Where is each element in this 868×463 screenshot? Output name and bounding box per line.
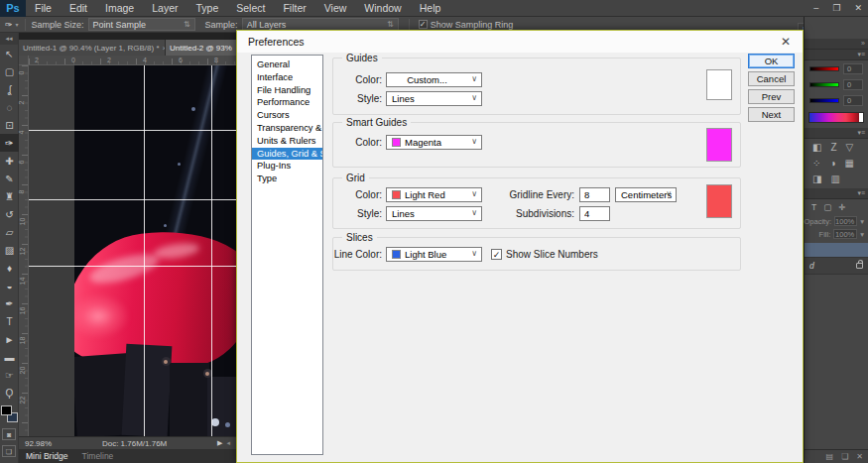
collapse-panels-icon[interactable]: » — [861, 40, 865, 47]
next-button[interactable]: Next — [748, 107, 795, 122]
menu-filter[interactable]: Filter — [274, 0, 314, 17]
menu-file[interactable]: File — [26, 0, 61, 17]
eyedropper-icon[interactable]: ✑ — [0, 20, 16, 30]
guides-style-dropdown[interactable]: Lines ∨ — [386, 91, 482, 106]
brightness-adjustment-icon[interactable]: ◧ — [812, 142, 821, 153]
restore-button[interactable]: ❐ — [832, 0, 840, 17]
category-general[interactable]: General — [252, 58, 322, 71]
tab-mini-bridge[interactable]: Mini Bridge — [26, 451, 68, 461]
smart-guides-color-preview[interactable] — [706, 128, 732, 162]
quick-selection-tool[interactable]: ◌ — [0, 98, 19, 116]
color-spectrum-ramp[interactable] — [808, 112, 864, 123]
marquee-tool[interactable]: ▢ — [0, 62, 19, 80]
gridline-unit-dropdown[interactable]: Centimeters ∨ — [615, 187, 677, 202]
category-cursors[interactable]: Cursors — [252, 109, 322, 122]
exposure-adjustment-icon[interactable]: ▽ — [846, 142, 854, 153]
chevron-down-icon[interactable]: ▾ — [860, 230, 864, 239]
status-play-icon[interactable]: ▶ — [217, 439, 226, 447]
ok-button[interactable]: OK — [748, 54, 795, 68]
hue-saturation-adjustment-icon[interactable]: ◑ — [829, 158, 835, 169]
dodge-tool[interactable]: ◒ — [0, 277, 19, 294]
cancel-button[interactable]: Cancel — [748, 71, 795, 86]
zoom-level[interactable]: 92.98% — [19, 439, 52, 448]
vertical-guide[interactable] — [211, 65, 212, 436]
eyedropper-tool[interactable]: ✑ — [0, 134, 19, 152]
close-button[interactable]: ✕ — [854, 0, 862, 17]
horizontal-guide[interactable] — [29, 199, 236, 200]
healing-brush-tool[interactable]: ✚ — [0, 152, 19, 170]
zoom-tool[interactable]: Ϙ — [0, 384, 19, 402]
clone-stamp-tool[interactable]: ♜ — [0, 187, 19, 205]
opacity-value[interactable]: 100% — [834, 216, 857, 226]
show-sampling-ring-checkbox[interactable]: ✓ — [419, 20, 428, 29]
type-tool[interactable]: T — [0, 312, 19, 330]
horizontal-guide[interactable] — [29, 266, 236, 267]
sample-size-dropdown[interactable]: Point Sample ⇅ — [88, 18, 195, 31]
grid-color-dropdown[interactable]: Light Red ∨ — [386, 187, 482, 202]
category-units-rulers[interactable]: Units & Rulers — [252, 135, 322, 148]
blue-slider[interactable] — [809, 98, 839, 103]
lasso-tool[interactable]: ʆ — [0, 80, 19, 98]
dialog-close-icon[interactable]: ✕ — [781, 35, 791, 49]
category-interface[interactable]: Interface — [252, 71, 322, 84]
history-brush-tool[interactable]: ↺ — [0, 205, 19, 223]
panel-menu-icon[interactable]: ▾≡ — [857, 51, 865, 58]
brush-tool[interactable]: ✎ — [0, 170, 19, 187]
horizontal-guide[interactable] — [29, 130, 236, 131]
grid-style-dropdown[interactable]: Lines ∨ — [386, 206, 482, 221]
menu-select[interactable]: Select — [227, 0, 274, 17]
tab-timeline[interactable]: Timeline — [82, 451, 114, 461]
tool-preset-caret-icon[interactable]: ▾ — [16, 21, 19, 28]
gradient-map-adjustment-icon[interactable]: ▥ — [830, 174, 839, 184]
category-performance[interactable]: Performance — [252, 96, 322, 109]
vibrance-adjustment-icon[interactable]: ⁘ — [812, 158, 820, 169]
document-tab-untitled-2[interactable]: Untitled-2 @ 93% — [166, 40, 236, 56]
new-layer-icon[interactable]: ❏ — [841, 452, 848, 461]
lock-position-icon[interactable]: ▢ — [823, 202, 831, 212]
rectangle-tool[interactable]: ▬ — [0, 348, 19, 366]
document-tab-untitled-1[interactable]: Untitled-1 @ 90.4% (Layer 1, RGB/8) * × — [19, 40, 166, 56]
menu-view[interactable]: View — [315, 0, 356, 17]
fill-value[interactable]: 100% — [833, 229, 857, 239]
lock-all-icon[interactable]: ✛ — [838, 202, 845, 212]
menu-image[interactable]: Image — [96, 0, 143, 17]
green-slider[interactable] — [809, 82, 839, 87]
blue-value[interactable]: 0 — [843, 95, 863, 106]
hand-tool[interactable]: ☞ — [0, 366, 19, 384]
show-slice-numbers-checkbox[interactable]: ✓ — [491, 249, 502, 260]
minimize-button[interactable]: – — [813, 0, 818, 17]
dialog-title-bar[interactable]: Preferences ✕ — [237, 31, 803, 53]
vertical-guide[interactable] — [144, 65, 145, 436]
grid-color-preview[interactable] — [706, 184, 732, 218]
quick-mask-button[interactable]: ◙ — [2, 428, 16, 440]
menu-help[interactable]: Help — [411, 0, 450, 17]
menu-edit[interactable]: Edit — [61, 0, 96, 17]
smart-guides-color-dropdown[interactable]: Magenta ∨ — [386, 135, 482, 150]
category-type[interactable]: Type — [252, 173, 322, 185]
category-guides-grid-slices[interactable]: Guides, Grid & Slices — [252, 148, 322, 161]
horizontal-ruler[interactable] — [29, 56, 236, 65]
red-value[interactable]: 0 — [843, 63, 863, 74]
background-layer-row[interactable]: d — [805, 257, 868, 275]
path-selection-tool[interactable]: ► — [0, 330, 19, 348]
prev-button[interactable]: Prev — [748, 89, 795, 104]
status-arrow-icon[interactable]: ◂ — [226, 439, 236, 447]
chevron-down-icon[interactable]: ▾ — [860, 217, 864, 226]
delete-layer-icon[interactable]: ✕ — [856, 452, 863, 461]
curves-adjustment-icon[interactable]: Z — [830, 142, 836, 153]
guides-color-dropdown[interactable]: Custom... ∨ — [386, 72, 482, 87]
gradient-tool[interactable]: ▨ — [0, 241, 19, 259]
blur-tool[interactable]: ♦ — [0, 259, 19, 277]
pen-tool[interactable]: ✒ — [0, 294, 19, 312]
invert-adjustment-icon[interactable]: ◨ — [812, 174, 821, 184]
lock-text-icon[interactable]: T — [811, 202, 816, 212]
category-file-handling[interactable]: File Handling — [252, 84, 322, 97]
menu-window[interactable]: Window — [355, 0, 410, 17]
group-icon[interactable]: ▤ — [826, 452, 834, 461]
category-plug-ins[interactable]: Plug-Ins — [252, 160, 322, 173]
gridline-every-input[interactable] — [579, 187, 610, 202]
screen-mode-button[interactable]: ❏ — [2, 445, 16, 457]
color-balance-adjustment-icon[interactable]: ▦ — [844, 158, 853, 169]
menu-layer[interactable]: Layer — [143, 0, 186, 17]
slice-line-color-dropdown[interactable]: Light Blue ∨ — [386, 247, 482, 262]
